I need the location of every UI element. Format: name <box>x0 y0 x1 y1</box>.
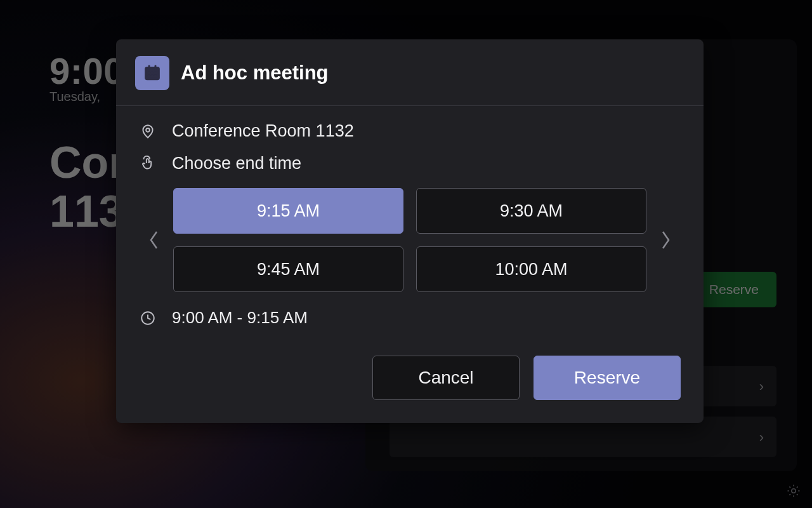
svg-point-11 <box>146 128 150 132</box>
reserve-button[interactable]: Reserve <box>534 356 681 400</box>
reserve-button-label: Reserve <box>574 368 640 388</box>
dialog-body: Conference Room 1132 Choose end time 9:1… <box>116 106 704 328</box>
dialog-header: Ad hoc meeting <box>116 39 704 106</box>
room-name: Conference Room 1132 <box>172 121 354 141</box>
end-time-picker: 9:15 AM 9:30 AM 9:45 AM 10:00 AM <box>139 186 681 294</box>
clock-icon <box>139 309 157 327</box>
svg-point-10 <box>155 76 157 77</box>
time-option-3[interactable]: 9:45 AM <box>173 246 403 292</box>
cancel-button-label: Cancel <box>418 368 473 388</box>
choose-end-time-row: Choose end time <box>139 154 681 173</box>
dialog-footer: Cancel Reserve <box>116 347 704 423</box>
svg-point-9 <box>152 76 154 77</box>
dialog-title: Ad hoc meeting <box>181 62 329 84</box>
adhoc-meeting-dialog: Ad hoc meeting Conference Room 1132 Choo… <box>116 39 704 423</box>
time-option-4[interactable]: 10:00 AM <box>416 246 646 292</box>
time-option-2[interactable]: 9:30 AM <box>416 188 646 234</box>
tap-icon <box>139 155 157 173</box>
location-icon <box>139 123 157 140</box>
cancel-button[interactable]: Cancel <box>372 356 520 400</box>
chevron-right-icon <box>659 229 672 251</box>
svg-point-8 <box>148 76 150 77</box>
choose-end-time-label: Choose end time <box>172 154 301 173</box>
calendar-icon <box>135 56 169 90</box>
next-times-button[interactable] <box>650 186 681 294</box>
time-options-grid: 9:15 AM 9:30 AM 9:45 AM 10:00 AM <box>169 188 650 292</box>
svg-point-6 <box>152 72 154 74</box>
time-option-1[interactable]: 9:15 AM <box>173 188 403 234</box>
svg-point-5 <box>148 72 150 74</box>
previous-times-button[interactable] <box>139 186 169 294</box>
time-summary: 9:00 AM - 9:15 AM <box>172 308 308 328</box>
svg-point-7 <box>155 72 157 74</box>
time-summary-row: 9:00 AM - 9:15 AM <box>139 308 681 328</box>
chevron-left-icon <box>148 229 160 251</box>
room-row: Conference Room 1132 <box>139 121 681 141</box>
